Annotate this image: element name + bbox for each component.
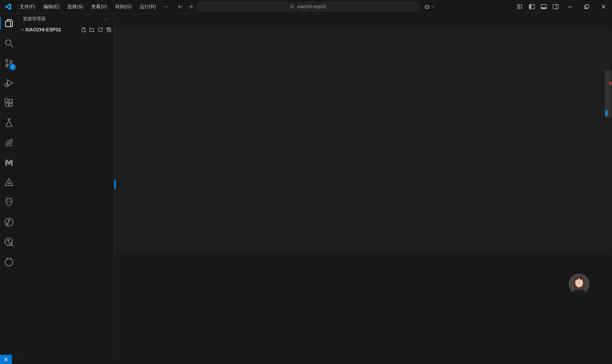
- bottom-panel: [114, 254, 612, 355]
- ext-icon: [4, 98, 14, 108]
- alien-icon: [4, 197, 14, 207]
- overview-error-mark: [609, 82, 612, 85]
- activity-gitlens[interactable]: [0, 212, 18, 232]
- toggle-sidebar-icon[interactable]: [526, 0, 538, 13]
- panel-header: [114, 254, 612, 269]
- menu-item-1[interactable]: 编辑(E): [40, 2, 63, 11]
- chevron-down-icon: [431, 5, 435, 9]
- minimap[interactable]: [562, 35, 605, 254]
- activity-source-control[interactable]: 7: [0, 53, 18, 73]
- menu-item-5[interactable]: 运行(R): [136, 2, 159, 11]
- title-center: xiaozhi-esp32: [166, 2, 446, 11]
- menu-item-3[interactable]: 查看(V): [88, 2, 110, 11]
- project-root-label: XIAOZHI-ESP32: [25, 27, 61, 32]
- gsearch-icon: [4, 237, 14, 247]
- tab-bar: [114, 13, 612, 27]
- status-bar: [0, 355, 612, 364]
- nav-forward-icon[interactable]: [187, 3, 194, 10]
- activity-gitlens-search[interactable]: [0, 232, 18, 252]
- chevron-down-icon: [20, 27, 25, 32]
- search-value: xiaozhi-esp32: [297, 4, 326, 9]
- debug-icon: [4, 78, 14, 88]
- collapse-folders-icon[interactable]: [106, 27, 112, 33]
- menu-item-4[interactable]: 转到(G): [112, 2, 135, 11]
- avatar-face: [575, 279, 583, 287]
- activity-explorer[interactable]: [0, 13, 18, 33]
- restore-button[interactable]: [578, 0, 595, 13]
- search-icon: [290, 4, 295, 9]
- overview-modified-mark: [605, 110, 608, 116]
- editor-scrollbar[interactable]: [605, 35, 612, 254]
- code-editor[interactable]: [114, 35, 612, 254]
- tool-icon: [4, 177, 14, 187]
- copilot-menu[interactable]: [424, 4, 435, 10]
- assistant-avatar[interactable]: [569, 273, 589, 294]
- editor-column: [114, 13, 612, 355]
- files-icon: [4, 18, 14, 28]
- activity-tools-extension[interactable]: [0, 172, 18, 192]
- activity-testing[interactable]: [0, 113, 18, 133]
- output-content[interactable]: [114, 269, 612, 355]
- esp-icon: [4, 138, 14, 148]
- flask-icon: [4, 118, 14, 128]
- close-button[interactable]: [595, 0, 612, 13]
- activity-esp-idf-explorer[interactable]: [0, 133, 18, 153]
- minimize-button[interactable]: [561, 0, 578, 13]
- refresh-icon[interactable]: [97, 27, 103, 33]
- new-file-icon[interactable]: [81, 27, 86, 33]
- project-root-row[interactable]: XIAOZHI-ESP32: [18, 24, 114, 35]
- activity-extensions[interactable]: [0, 93, 18, 113]
- avatar-eye: [577, 278, 578, 280]
- selection-marker: [114, 180, 116, 189]
- customize-layout-icon[interactable]: [514, 0, 526, 13]
- explorer-actions: [81, 27, 112, 33]
- workbench: 7 资源管理器 ··· XIAOZHI-ESP32: [0, 13, 612, 355]
- command-center-search[interactable]: xiaozhi-esp32: [197, 2, 419, 11]
- sidebar-header: 资源管理器 ···: [18, 13, 114, 24]
- search-icon: [4, 38, 14, 48]
- nav-back-icon[interactable]: [177, 3, 184, 10]
- sidebar-title: 资源管理器: [23, 16, 46, 22]
- toggle-panel-icon[interactable]: [538, 0, 550, 13]
- window-controls: [514, 0, 612, 13]
- activity-search[interactable]: [0, 33, 18, 53]
- vscode-logo: [5, 3, 12, 10]
- menu-item-0[interactable]: 文件(F): [16, 2, 39, 11]
- mlogo-icon: [4, 157, 14, 168]
- sidebar-more-icon[interactable]: ···: [103, 16, 109, 21]
- menu-item-2[interactable]: 选择(S): [64, 2, 86, 11]
- activity-run-and-debug[interactable]: [0, 73, 18, 93]
- copilot-icon: [424, 4, 430, 10]
- breadcrumb[interactable]: [114, 27, 612, 35]
- toggle-secondary-sidebar-icon[interactable]: [550, 0, 561, 13]
- menu-bar: 文件(F)编辑(E)选择(S)查看(V)转到(G)运行(R)⋯: [16, 2, 172, 11]
- activity-m-extension[interactable]: [0, 153, 18, 172]
- gcircle-icon: [4, 217, 14, 227]
- activity-bar: 7: [0, 13, 18, 355]
- activity-bot-extension[interactable]: [0, 192, 18, 212]
- avatar-eye: [580, 278, 581, 280]
- title-bar: 文件(F)编辑(E)选择(S)查看(V)转到(G)运行(R)⋯ xiaozhi-…: [0, 0, 612, 13]
- explorer-sidebar: 资源管理器 ··· XIAOZHI-ESP32: [18, 13, 114, 355]
- remote-indicator[interactable]: [0, 355, 12, 364]
- github-icon: [4, 257, 14, 267]
- activity-github[interactable]: [0, 252, 18, 272]
- activity-source-control-badge: 7: [9, 64, 16, 70]
- new-folder-icon[interactable]: [89, 27, 95, 33]
